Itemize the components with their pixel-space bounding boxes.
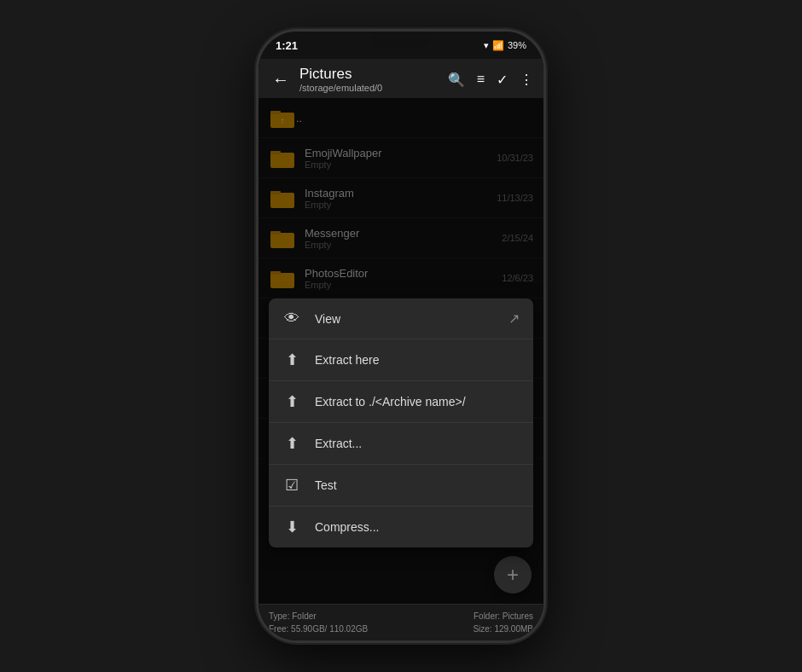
phone-frame: 1:21 ▾ 📶 39% ← Pictures /storage/emulate… xyxy=(256,29,546,643)
search-icon[interactable]: 🔍 xyxy=(448,72,465,88)
status-time: 1:21 xyxy=(276,39,298,52)
test-icon: ☑ xyxy=(282,476,301,495)
bottom-right-info: Folder: Pictures Size: 129.00MB xyxy=(473,610,533,635)
check-icon[interactable]: ✓ xyxy=(497,72,508,88)
context-label: Extract to ./<Archive name>/ xyxy=(315,395,466,408)
context-label: Extract here xyxy=(315,353,379,367)
bottom-bar: Type: Folder Free: 55.90GB/ 110.02GB Fol… xyxy=(259,604,543,640)
page-subtitle: /storage/emulated/0 xyxy=(299,83,441,93)
bottom-left-info: Type: Folder Free: 55.90GB/ 110.02GB xyxy=(269,610,368,635)
context-label: View xyxy=(315,312,340,326)
type-label: Type: Folder xyxy=(269,610,368,623)
battery-indicator: 39% xyxy=(508,40,526,50)
extract-to-icon: ⬆ xyxy=(282,392,301,411)
context-menu: 👁 View ↗ ⬆ Extract here ⬆ Extract to ./<… xyxy=(269,298,533,547)
arrow-icon: ↗ xyxy=(509,310,520,327)
status-notch xyxy=(371,32,431,47)
context-item-extract-here[interactable]: ⬆ Extract here xyxy=(269,339,533,381)
page-title: Pictures xyxy=(299,66,441,83)
more-icon[interactable]: ⋮ xyxy=(520,72,533,88)
signal-icon: 📶 xyxy=(492,40,504,51)
folder-label: Folder: Pictures xyxy=(473,610,533,623)
phone-screen: 1:21 ▾ 📶 39% ← Pictures /storage/emulate… xyxy=(259,32,543,640)
back-button[interactable]: ← xyxy=(269,68,293,91)
file-list: ↑ .. EmojiWallpaper Empty xyxy=(259,98,543,604)
context-item-view[interactable]: 👁 View ↗ xyxy=(269,298,533,339)
context-item-extract[interactable]: ⬆ Extract... xyxy=(269,423,533,465)
title-area: Pictures /storage/emulated/0 xyxy=(299,66,441,93)
size-label: Size: 129.00MB xyxy=(473,623,533,635)
top-actions: 🔍 ≡ ✓ ⋮ xyxy=(448,72,533,88)
top-bar: ← Pictures /storage/emulated/0 🔍 ≡ ✓ ⋮ xyxy=(259,59,543,98)
status-bar: 1:21 ▾ 📶 39% xyxy=(259,32,543,59)
list-icon[interactable]: ≡ xyxy=(477,72,485,87)
context-item-compress[interactable]: ⬇ Compress... xyxy=(269,507,533,547)
context-label: Extract... xyxy=(315,437,362,450)
status-icons: ▾ 📶 39% xyxy=(484,40,526,51)
wifi-icon: ▾ xyxy=(484,40,489,51)
context-label: Compress... xyxy=(315,520,379,534)
context-item-test[interactable]: ☑ Test xyxy=(269,465,533,507)
extract-icon: ⬆ xyxy=(282,434,301,453)
context-label: Test xyxy=(315,478,337,492)
free-label: Free: 55.90GB/ 110.02GB xyxy=(269,623,368,635)
view-icon: 👁 xyxy=(282,310,301,327)
compress-icon: ⬇ xyxy=(282,518,301,536)
extract-here-icon: ⬆ xyxy=(282,350,301,369)
context-item-extract-to[interactable]: ⬆ Extract to ./<Archive name>/ xyxy=(269,381,533,423)
